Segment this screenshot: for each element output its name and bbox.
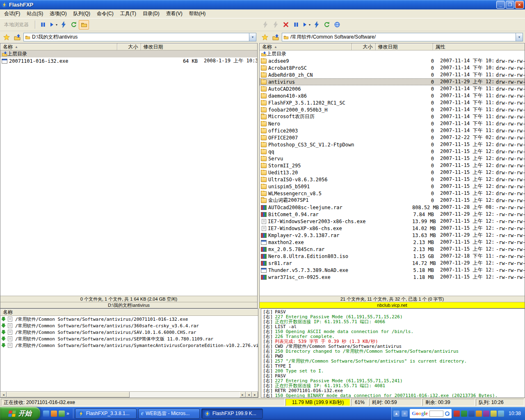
refresh-icon[interactable] — [322, 20, 332, 30]
column-header-date[interactable]: 修改日期 — [376, 43, 433, 50]
disconnect-icon[interactable] — [281, 20, 291, 30]
minimize-button[interactable]: _ — [496, 1, 505, 9]
file-row[interactable]: mx_2.0.5.7845cn.rar2.13 MB2007-11-15 上午 … — [260, 246, 525, 253]
task-button[interactable]: FlashFXP_3.3.8.1... — [75, 409, 137, 419]
site-url-icon[interactable] — [332, 20, 342, 30]
local-path-combobox[interactable]: D:\我的文档\antivirus ▼ — [23, 33, 256, 41]
queue-item[interactable]: /常用软件/Common Software/Software/antivirus… — [0, 322, 258, 329]
file-row[interactable]: Servu02007-11-15 上午 12:03drw-rw-rw- — [260, 155, 525, 162]
chevron-down-icon[interactable]: ▼ — [516, 33, 523, 41]
pause-icon[interactable] — [38, 20, 48, 30]
menu-item[interactable]: 帮助(H) — [186, 9, 209, 18]
file-row[interactable]: unispim5_b509102007-11-15 上午 12:07drw-rw… — [260, 183, 525, 190]
scrollbar-track[interactable] — [130, 392, 240, 397]
queue-header-name[interactable]: 名称 — [0, 309, 258, 316]
quicklaunch-icon[interactable] — [51, 411, 57, 417]
titlebar[interactable]: FlashFXP _ ❐ × — [0, 0, 525, 9]
scrollbar-thumb[interactable] — [7, 392, 130, 397]
splitter-collapse-left-icon[interactable]: ◄ — [246, 392, 252, 397]
scroll-right-icon[interactable]: ► — [240, 392, 246, 397]
file-row[interactable]: maxthon2.exe2.13 MB2007-11-15 上午 12:20-r… — [260, 239, 525, 246]
taskbar-clock[interactable]: 10:38 — [506, 411, 523, 416]
column-header-size[interactable]: 大小 — [117, 43, 141, 50]
file-row[interactable]: AutoCAD200602007-11-14 下午 11:28drw-rw-rw… — [260, 85, 525, 92]
chevron-down-icon[interactable]: ▼ — [249, 33, 256, 41]
file-row[interactable]: daemon410-x8602007-11-14 下午 11:31drw-rw-… — [260, 92, 525, 99]
column-header-name[interactable]: 名称▲ — [260, 43, 352, 50]
task-button[interactable]: eWEB迅雷 - Micros... — [138, 409, 200, 419]
maximize-button[interactable]: ❐ — [506, 1, 514, 9]
file-row[interactable]: 上层目录 — [0, 50, 257, 57]
connect-icon[interactable] — [260, 20, 270, 30]
hidden-icons-chevron[interactable]: ▲ — [393, 411, 399, 417]
file-row[interactable]: WLMessengercn_v8.502007-11-15 上午 12:08dr… — [260, 190, 525, 197]
transfer-icon[interactable] — [311, 20, 322, 30]
column-header-attr[interactable]: 属性 — [433, 43, 525, 50]
menu-item[interactable]: 选项(O) — [46, 9, 70, 18]
google-search-input[interactable] — [429, 411, 443, 417]
file-row[interactable]: 上层目录 — [260, 50, 525, 57]
up-directory-button[interactable] — [271, 33, 280, 42]
search-icon[interactable] — [445, 411, 450, 416]
column-header-size[interactable]: 大小 — [352, 43, 376, 50]
google-deskbar[interactable]: Google — [410, 409, 452, 418]
tray-icon[interactable] — [491, 411, 497, 417]
column-header-name[interactable]: 名称▲ — [0, 43, 117, 50]
file-row[interactable]: FlashFXP_3.5.1.1202_RC1_SC02007-11-14 下午… — [260, 99, 525, 106]
scroll-left-icon[interactable]: ◄ — [0, 392, 7, 397]
menu-item[interactable]: 会话(F) — [1, 9, 23, 18]
column-header-date[interactable]: 修改日期 — [141, 43, 258, 50]
quicklaunch-icon[interactable] — [59, 411, 65, 417]
play-icon[interactable]: ▼ — [48, 20, 58, 30]
file-row[interactable]: acdsee902007-11-14 下午 10:55drw-rw-rw- — [260, 57, 525, 64]
favorites-star-icon[interactable] — [260, 33, 269, 42]
file-row[interactable]: UltraISO-v8.6.3.205602007-11-15 上午 12:07… — [260, 176, 525, 183]
menu-item[interactable]: 查看(V) — [163, 9, 186, 18]
queue-item[interactable]: /常用软件/Common Software/Software/antivirus… — [0, 342, 258, 349]
file-row[interactable]: AdbeRdr80_zh_CN02007-11-14 下午 11:12drw-r… — [260, 71, 525, 78]
file-row[interactable]: IE7-WindowsServer2003-x86-chs.exe13.99 M… — [260, 218, 525, 225]
file-row[interactable]: 20071101-016-i32.exe64 KB2008-1-19 上午 10… — [0, 57, 257, 64]
chevron-down-icon[interactable]: ▼ — [308, 23, 311, 26]
remote-path-combobox[interactable]: /常用软件/Common Software/Software/ ▼ — [282, 33, 523, 41]
file-row[interactable]: BitComet_0.94.rar7.84 MB2007-11-29 上午 12… — [260, 211, 525, 218]
tray-icon[interactable] — [461, 411, 467, 417]
up-directory-button[interactable] — [13, 33, 22, 42]
menu-item[interactable]: 命令(C) — [94, 9, 117, 18]
file-row[interactable]: Kmplayer-v2.9.3.1387.rar13.63 MB2007-11-… — [260, 232, 525, 239]
file-row[interactable]: Photoshop_CS3_SC_V1.2-FtpDown02007-11-15… — [260, 141, 525, 148]
menu-item[interactable]: 工具(T) — [117, 9, 139, 18]
queue-item[interactable]: /常用软件/Common Software/Software/antivirus… — [0, 329, 258, 336]
file-row[interactable]: Microsoft农历日历02007-11-14 下午 11:32drw-rw-… — [260, 113, 525, 120]
start-button[interactable]: 开始 — [0, 407, 40, 420]
file-row[interactable]: Acrobat8ProSC02007-11-14 下午 10:55drw-rw-… — [260, 64, 525, 71]
file-row[interactable]: wrar371sc_cn-0925.exe1.18 MB2007-11-15 上… — [260, 274, 525, 281]
file-row[interactable]: office200302007-11-14 下午 11:56drw-rw-rw- — [260, 127, 525, 134]
tray-icon[interactable] — [498, 411, 504, 417]
quick-connect-icon[interactable] — [270, 20, 281, 30]
file-row[interactable]: StormII_29502007-11-15 上午 12:06drw-rw-rw… — [260, 162, 525, 169]
queue-horizontal-scrollbar[interactable]: ◄ ► ◄ ► — [0, 391, 258, 397]
file-row[interactable]: antivirus02007-11-29 上午 12:25drw-rw-rw- — [260, 78, 525, 85]
tray-icon[interactable] — [454, 411, 460, 417]
task-button[interactable]: FlashFXP 199.9 K... — [201, 409, 263, 419]
file-row[interactable]: Nero02007-11-14 下午 11:33drw-rw-rw- — [260, 120, 525, 127]
flashfxp-app-icon[interactable] — [1, 2, 7, 8]
menu-item[interactable]: 站点(S) — [23, 9, 46, 18]
file-row[interactable]: Uedit13.2002007-11-15 上午 12:07drw-rw-rw- — [260, 169, 525, 176]
file-row[interactable]: Thunder.v5.7.3.389.NoAD.exe5.18 MB2007-1… — [260, 267, 525, 274]
queue-item[interactable]: /常用软件/Common Software/Software/antivirus… — [0, 316, 258, 322]
tray-icon[interactable] — [483, 411, 489, 417]
quicklaunch-overflow-chevron[interactable]: » — [66, 411, 69, 416]
file-row[interactable]: IE7-WindowsXP-x86-chs.exe14.02 MB2007-11… — [260, 225, 525, 232]
pause-icon[interactable] — [291, 20, 301, 30]
quicklaunch-icon[interactable] — [43, 411, 49, 417]
refresh-icon[interactable] — [68, 20, 79, 30]
close-button[interactable]: × — [515, 1, 524, 9]
chevron-down-icon[interactable]: ▼ — [55, 23, 58, 26]
file-row[interactable]: 金山词霸2007SP102007-11-15 上午 12:19drw-rw-rw… — [260, 197, 525, 204]
queue-item[interactable]: /常用软件/Common Software/Software/antivirus… — [0, 336, 258, 342]
transfer-icon[interactable] — [58, 20, 68, 30]
file-row[interactable]: OFFICE200702007-12-22 下午 02:04drw-rw-rw- — [260, 134, 525, 141]
play-icon[interactable]: ▼ — [301, 20, 311, 30]
